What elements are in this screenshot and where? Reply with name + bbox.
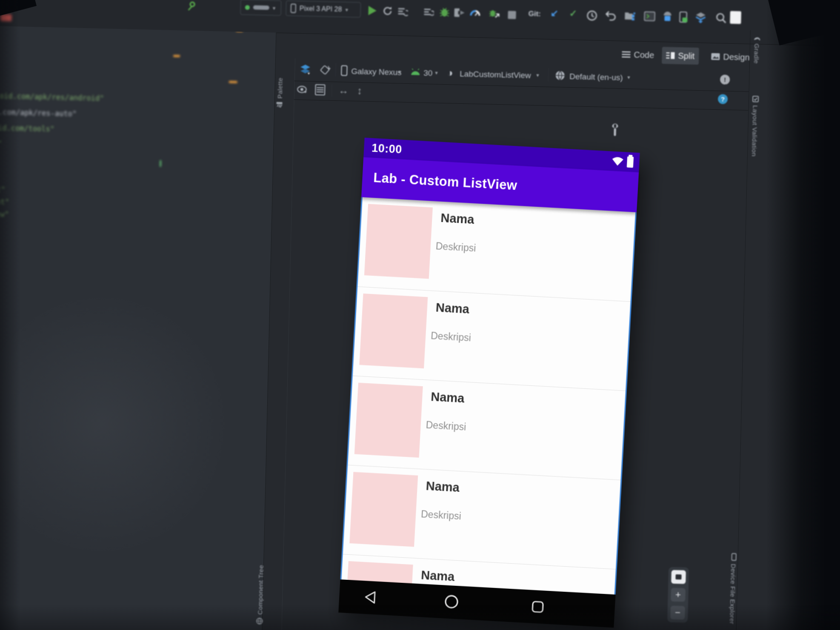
code-editor-panel[interactable]: oid.com/apk/res/android".com/apk/res-aut… [0, 26, 276, 630]
blueprint-list-icon[interactable] [314, 84, 326, 96]
tab-design[interactable]: Design [707, 48, 754, 66]
component-tree-icon [256, 618, 263, 624]
custom-listview[interactable]: NamaDeskripsiNamaDeskripsiNamaDeskripsiN… [340, 197, 637, 594]
tool-tab-device-file-explorer-label: Device File Explorer [729, 564, 737, 624]
tab-code-label: Code [634, 50, 654, 60]
phone-icon [291, 3, 297, 13]
code-line: " [0, 139, 2, 148]
code-line: ew" [0, 210, 9, 219]
palette-strip-divider [280, 58, 295, 630]
tool-tab-layout-validation-label: Layout Validation [751, 105, 759, 157]
zoom-out-button[interactable]: − [670, 606, 685, 620]
battery-icon [627, 157, 634, 168]
project-structure-icon[interactable] [624, 10, 636, 22]
item-desc: Deskripsi [421, 508, 462, 522]
tab-split[interactable]: Split [662, 47, 699, 65]
render-issues-badge[interactable]: ! [720, 74, 730, 85]
device-phone-icon [341, 65, 348, 76]
split-view-icon [666, 52, 674, 59]
tool-tab-component-tree-label: Component Tree [256, 565, 265, 615]
rollback-icon[interactable] [605, 10, 616, 22]
android-studio-window: ▾ Pixel 3 API 28 ▾ Gi [0, 0, 840, 630]
stop-button[interactable] [506, 9, 517, 20]
item-name: Nama [420, 568, 455, 584]
tool-tab-gradle[interactable]: Gradle [752, 35, 761, 90]
avd-manager-icon[interactable] [662, 11, 673, 23]
gradle-sync-icon[interactable] [187, 0, 199, 12]
list-item[interactable]: NamaDeskripsi [357, 197, 635, 302]
code-line: id.com/tools" [0, 123, 54, 133]
device-manager-icon[interactable] [678, 11, 689, 23]
gradle-elephant-icon [754, 35, 760, 40]
logcat-terminal-icon[interactable] [644, 11, 655, 22]
nav-back-button[interactable] [363, 590, 376, 604]
history-icon[interactable] [586, 10, 597, 21]
canvas-zoom-controls: + − [667, 567, 689, 623]
app-title: Lab - Custom ListView [362, 170, 518, 194]
item-image-placeholder [354, 383, 423, 458]
chevron-down-icon: ▾ [627, 74, 630, 80]
swap-width-icon[interactable]: ↔ [338, 84, 349, 97]
sdk-manager-icon[interactable] [695, 12, 706, 23]
chevron-down-icon: ▾ [273, 5, 276, 11]
design-surface-icon[interactable] [300, 64, 311, 75]
apply-changes-icon[interactable] [397, 6, 409, 17]
profiler-icon[interactable] [469, 7, 481, 18]
run-button[interactable] [366, 5, 378, 17]
run-config-module-chip[interactable]: ▾ [240, 0, 281, 16]
tool-tab-layout-validation[interactable]: Layout Validation [750, 96, 759, 176]
search-everywhere-icon[interactable] [715, 12, 727, 24]
tool-tab-component-tree[interactable]: Component Tree [256, 549, 265, 624]
tool-tab-palette-label: Palette [276, 77, 284, 99]
item-image-placeholder [359, 294, 428, 368]
palette-icon [276, 102, 283, 108]
nav-recents-button[interactable] [531, 600, 545, 614]
device-target-label: Pixel 3 API 28 [300, 5, 342, 13]
code-line: oid.com/apk/res/android" [0, 91, 104, 103]
nav-home-button[interactable] [443, 594, 460, 610]
list-item[interactable]: NamaDeskripsi [353, 286, 631, 391]
attach-profiler-icon[interactable] [488, 7, 500, 19]
notification-square-icon[interactable] [730, 12, 741, 23]
module-name-blurred [253, 5, 269, 10]
code-line: t" [0, 185, 5, 194]
editor-caret [160, 160, 161, 167]
warning-stripe-marker [236, 26, 243, 32]
debug-button[interactable] [439, 6, 450, 18]
item-name: Nama [431, 390, 465, 405]
device-preview[interactable]: 10:00 Lab - Custom ListView NamaDeskrips… [338, 138, 640, 628]
swap-height-icon[interactable]: ↕ [357, 85, 363, 97]
right-strip-divider [735, 30, 751, 630]
zoom-in-button[interactable]: + [671, 588, 686, 602]
git-update-icon[interactable]: ↙ [550, 9, 558, 18]
apply-code-changes-icon[interactable] [423, 7, 434, 18]
locale-dropdown[interactable]: Default (en-us) [569, 72, 623, 83]
tool-tab-gradle-label: Gradle [753, 43, 760, 64]
error-tab-marker [0, 14, 11, 21]
list-item[interactable]: NamaDeskripsi [343, 465, 621, 569]
item-image-placeholder [349, 472, 418, 547]
module-status-dot [245, 5, 250, 9]
device-dropdown[interactable]: Galaxy Nexus [351, 67, 402, 77]
item-desc: Deskripsi [431, 330, 471, 344]
tool-tab-palette[interactable]: Palette [276, 61, 284, 108]
zoom-to-fit-button[interactable] [671, 570, 686, 584]
chevron-down-icon: ▾ [345, 7, 348, 12]
attach-debugger-icon[interactable] [454, 7, 466, 19]
api-level-dropdown[interactable]: 30 [423, 68, 433, 78]
orientation-icon[interactable] [319, 64, 331, 76]
list-item[interactable]: NamaDeskripsi [348, 376, 626, 480]
item-name: Nama [440, 211, 475, 227]
theme-dropdown[interactable]: LabCustomListView [460, 69, 531, 80]
help-icon[interactable]: ? [718, 94, 728, 104]
device-target-select[interactable]: Pixel 3 API 28 ▾ [286, 0, 361, 17]
tab-split-label: Split [678, 51, 694, 61]
screenshot-root: ▾ Pixel 3 API 28 ▾ Gi [0, 0, 840, 630]
view-options-eye-icon[interactable] [297, 84, 308, 96]
chevron-down-icon: ▾ [536, 72, 539, 78]
divider [331, 84, 332, 97]
git-commit-icon[interactable]: ✓ [569, 9, 577, 18]
restart-activity-icon[interactable] [382, 6, 393, 17]
tab-code[interactable]: Code [617, 46, 659, 64]
locale-globe-icon [555, 70, 566, 81]
